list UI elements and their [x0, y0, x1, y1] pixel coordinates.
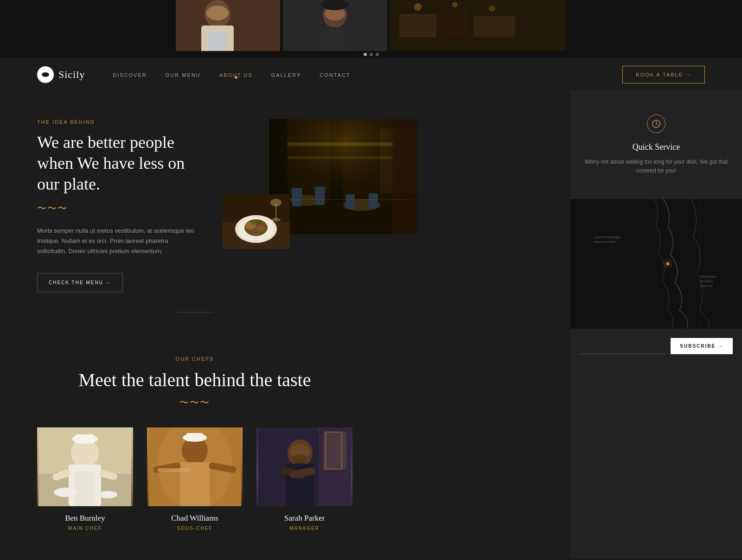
check-menu-button[interactable]: CHECK THE MENU →	[37, 273, 123, 292]
dot-1[interactable]	[364, 53, 367, 56]
svg-point-43	[256, 225, 265, 232]
section-divider	[37, 292, 352, 319]
chefs-grid: Ben Burnley MAIN CHEF	[37, 427, 352, 531]
chef-card-1: Ben Burnley MAIN CHEF	[37, 427, 133, 531]
overlay	[392, 119, 417, 234]
chefs-label: OUR CHEFS	[37, 356, 352, 362]
hero-pagination	[0, 51, 742, 58]
chef-name-3: Sarah Parker	[256, 514, 352, 523]
chefs-headline: Meet the talent behind the taste	[37, 369, 352, 391]
chef-photo-2	[147, 427, 243, 506]
chef-card-3: Sarah Parker MANAGER	[256, 427, 352, 531]
svg-rect-67	[186, 433, 203, 441]
svg-rect-55	[76, 434, 94, 444]
nav-item-about-us[interactable]: ABOUT US	[219, 70, 253, 79]
svg-point-44	[251, 221, 257, 225]
active-indicator	[235, 76, 237, 79]
navbar: Sicily DISCOVER OUR MENU ABOUT US GALLER…	[0, 58, 742, 91]
svg-point-59	[54, 488, 77, 497]
dot-3[interactable]	[376, 53, 379, 56]
svg-rect-12	[441, 9, 469, 37]
chefs-section: OUR CHEFS Meet the talent behind the tas…	[0, 347, 390, 559]
brand-name: Sicily	[58, 69, 85, 81]
svg-rect-4	[208, 32, 227, 51]
about-section: THE IDEA BEHIND We are better people whe…	[0, 91, 390, 347]
chefs-header: OUR CHEFS Meet the talent behind the tas…	[37, 356, 352, 409]
chef-role-1: MAIN CHEF	[37, 526, 133, 531]
svg-text:National: National	[700, 284, 712, 287]
food-image	[223, 194, 290, 249]
nav-item-our-menu[interactable]: OUR MENU	[166, 70, 201, 79]
svg-point-78	[293, 454, 307, 464]
hero-image-chef1	[176, 0, 280, 51]
svg-point-48	[270, 199, 281, 206]
chef-photo-3	[256, 427, 352, 506]
subscribe-input[interactable]	[580, 338, 666, 354]
chef-photo-1	[37, 427, 133, 506]
subscribe-panel: SUBSCRIBE →	[570, 329, 742, 363]
svg-point-16	[489, 5, 495, 12]
svg-text:Lincoln Heritage: Lincoln Heritage	[594, 235, 620, 239]
restaurant-image	[269, 119, 417, 234]
nav-links: DISCOVER OUR MENU ABOUT US GALLERY CONTA…	[113, 70, 622, 79]
nav-item-contact[interactable]: CONTACT	[320, 70, 350, 79]
map-panel: Lincoln Heritage National Park Headstone…	[570, 199, 742, 329]
about-text: THE IDEA BEHIND We are better people whe…	[37, 119, 195, 292]
svg-rect-7	[319, 27, 351, 51]
chef-name-2: Chad Williams	[147, 514, 243, 523]
quick-service-panel: Quick Service Worry not about waiting to…	[570, 91, 742, 199]
svg-text:National Park: National Park	[594, 240, 616, 244]
about-images	[223, 119, 417, 249]
svg-rect-35	[291, 188, 302, 195]
svg-rect-36	[314, 186, 326, 194]
logo-icon	[37, 66, 54, 83]
chef-card-2: Chad Williams SOUS-CHEF	[147, 427, 243, 531]
svg-rect-34	[288, 156, 394, 159]
svg-text:Boulders: Boulders	[700, 280, 713, 283]
dot-2[interactable]	[370, 53, 373, 56]
right-sidebar: Quick Service Worry not about waiting to…	[570, 91, 742, 559]
book-table-button[interactable]: BOOK A TABLE →	[622, 66, 705, 83]
svg-point-15	[452, 2, 458, 7]
hero-image-chef2	[283, 0, 387, 51]
chef-role-3: MANAGER	[256, 526, 352, 531]
svg-rect-70	[158, 468, 190, 472]
hero-strip	[0, 0, 742, 51]
chef-name-1: Ben Burnley	[37, 514, 133, 523]
brand-logo[interactable]: Sicily	[37, 66, 85, 83]
about-label: THE IDEA BEHIND	[37, 119, 195, 125]
svg-point-96	[666, 262, 670, 266]
svg-point-14	[414, 3, 422, 11]
svg-line-83	[656, 124, 658, 125]
about-headline: We are better people when We have less o…	[37, 132, 195, 195]
svg-rect-13	[473, 16, 515, 37]
svg-rect-33	[288, 142, 394, 146]
about-body: Morbi semper nulla ut metus vestibulum, …	[37, 226, 195, 256]
svg-rect-74	[323, 432, 346, 469]
nav-item-discover[interactable]: DISCOVER	[113, 70, 147, 79]
subscribe-button[interactable]: SUBSCRIBE →	[671, 338, 733, 354]
svg-point-45	[256, 221, 261, 223]
svg-rect-11	[399, 14, 436, 37]
svg-rect-56	[75, 471, 95, 506]
svg-point-3	[206, 6, 229, 20]
decorative-wave: 〜〜〜	[37, 202, 195, 215]
chefs-wave: 〜〜〜	[37, 396, 352, 409]
chef-role-2: SOUS-CHEF	[147, 526, 243, 531]
quick-service-title: Quick Service	[584, 142, 728, 152]
nav-item-gallery[interactable]: GALLERY	[271, 70, 301, 79]
svg-point-60	[99, 491, 117, 498]
hero-image-dark	[390, 0, 566, 51]
svg-text:Headstone: Headstone	[700, 275, 716, 278]
quick-service-icon	[647, 115, 665, 133]
quick-service-body: Worry not about waiting too long for you…	[584, 158, 728, 175]
svg-point-17	[42, 72, 49, 77]
